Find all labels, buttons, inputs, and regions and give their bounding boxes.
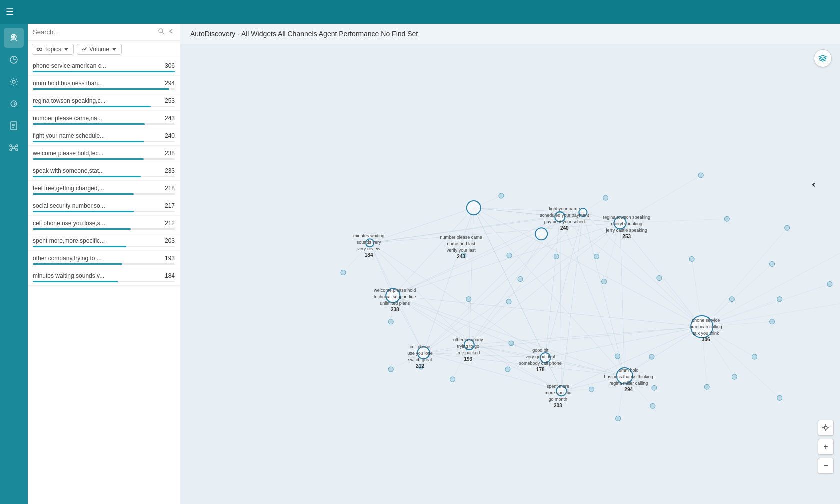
topic-bar-bg bbox=[33, 264, 175, 265]
svg-text:minutes waiting: minutes waiting bbox=[354, 234, 384, 238]
svg-point-9 bbox=[10, 145, 12, 147]
main-content: AutoDiscovery - All Widgets All Channels… bbox=[180, 24, 840, 504]
topic-bar bbox=[33, 176, 141, 178]
graph-area[interactable]: number please camename and lastverify yo… bbox=[180, 44, 840, 504]
svg-text:fight your name: fight your name bbox=[549, 206, 580, 212]
svg-line-79 bbox=[393, 212, 583, 296]
svg-point-138 bbox=[554, 254, 559, 259]
topic-bar-bg bbox=[33, 211, 175, 212]
topic-item[interactable]: cell phone,use you lose,s... 212 bbox=[28, 216, 180, 234]
svg-line-100 bbox=[520, 234, 542, 279]
topic-bar bbox=[33, 211, 134, 212]
topic-item[interactable]: other company,trying to ... 193 bbox=[28, 251, 180, 268]
topic-count: 217 bbox=[165, 202, 175, 210]
svg-text:name and last: name and last bbox=[447, 242, 476, 246]
topic-item[interactable]: fight your name,schedule... 240 bbox=[28, 128, 180, 146]
topic-item[interactable]: phone service,american c... 306 bbox=[28, 58, 180, 76]
svg-point-154 bbox=[704, 384, 710, 390]
topic-item[interactable]: social security number,so... 217 bbox=[28, 198, 180, 216]
topic-bar bbox=[33, 158, 144, 160]
svg-text:good bit: good bit bbox=[532, 348, 549, 353]
topic-count: 243 bbox=[165, 115, 175, 122]
svg-text:cell phone: cell phone bbox=[410, 344, 430, 350]
topic-list: phone service,american c... 306 umm hold… bbox=[28, 58, 180, 504]
topic-item[interactable]: number please came,na... 243 bbox=[28, 111, 180, 128]
svg-point-20 bbox=[40, 48, 42, 51]
svg-line-94 bbox=[702, 228, 788, 327]
svg-line-15 bbox=[12, 148, 13, 150]
content-header: AutoDiscovery - All Widgets All Channels… bbox=[180, 24, 840, 44]
collapse-icon[interactable] bbox=[168, 28, 175, 36]
search-icon bbox=[158, 28, 165, 36]
svg-text:umm hold: umm hold bbox=[619, 368, 639, 373]
topic-bar-bg bbox=[33, 281, 175, 282]
svg-point-3 bbox=[12, 80, 16, 84]
svg-line-16 bbox=[15, 148, 16, 150]
svg-point-126 bbox=[698, 173, 704, 178]
svg-line-42 bbox=[560, 217, 702, 327]
svg-point-127 bbox=[724, 216, 730, 222]
svg-text:306: 306 bbox=[702, 337, 710, 342]
svg-text:184: 184 bbox=[365, 252, 374, 258]
topic-label: spent more,more specific... bbox=[33, 238, 161, 244]
svg-line-84 bbox=[583, 212, 624, 376]
topic-label: minutes waiting,sounds v... bbox=[33, 272, 161, 280]
svg-line-31 bbox=[474, 208, 625, 376]
top-bar: ☰ bbox=[0, 0, 840, 24]
topic-item[interactable]: speak with someone,stat... 233 bbox=[28, 164, 180, 181]
nav-icon-settings[interactable] bbox=[4, 72, 24, 92]
topics-filter[interactable]: Topics bbox=[32, 44, 74, 55]
svg-line-13 bbox=[12, 146, 13, 148]
topic-item[interactable]: spent more,more specific... 203 bbox=[28, 234, 180, 251]
svg-text:253: 253 bbox=[622, 234, 631, 240]
svg-line-14 bbox=[15, 146, 16, 148]
svg-text:238: 238 bbox=[391, 307, 400, 312]
svg-point-162 bbox=[589, 387, 594, 392]
locate-button[interactable] bbox=[818, 420, 834, 436]
volume-filter[interactable]: Volume bbox=[77, 44, 122, 55]
topic-bar-bg bbox=[33, 71, 175, 72]
svg-text:jerry castle speaking: jerry castle speaking bbox=[606, 228, 648, 233]
svg-point-10 bbox=[16, 145, 18, 147]
page-title: AutoDiscovery - All Widgets All Channels… bbox=[190, 30, 418, 38]
svg-point-8 bbox=[13, 147, 15, 149]
right-controls: + − bbox=[818, 420, 834, 474]
zoom-in-button[interactable]: + bbox=[818, 439, 834, 455]
svg-text:free packed: free packed bbox=[456, 350, 480, 356]
svg-point-134 bbox=[690, 256, 694, 262]
svg-point-151 bbox=[652, 386, 657, 390]
svg-text:number please came: number please came bbox=[440, 235, 482, 240]
svg-text:somebody call phone: somebody call phone bbox=[520, 361, 562, 366]
svg-text:business thanks thinking: business thanks thinking bbox=[604, 374, 654, 380]
zoom-out-button[interactable]: − bbox=[818, 458, 834, 474]
top-right-controls bbox=[814, 50, 832, 68]
topic-bar bbox=[33, 71, 175, 72]
nav-icon-home[interactable] bbox=[4, 28, 24, 48]
topic-item[interactable]: minutes waiting,sounds v... 184 bbox=[28, 268, 180, 286]
search-bar bbox=[28, 24, 180, 41]
topic-item[interactable]: feel free,getting charged,... 218 bbox=[28, 181, 180, 198]
topic-item[interactable]: umm hold,business than... 294 bbox=[28, 76, 180, 94]
nav-icon-document[interactable] bbox=[4, 116, 24, 136]
nav-icon-analytics[interactable] bbox=[4, 50, 24, 70]
topic-item[interactable]: welcome please hold,tec... 238 bbox=[28, 146, 180, 164]
svg-point-157 bbox=[752, 354, 757, 360]
svg-text:294: 294 bbox=[624, 387, 633, 392]
svg-line-36 bbox=[393, 217, 560, 296]
topic-bar bbox=[33, 246, 126, 248]
svg-point-139 bbox=[518, 277, 523, 282]
topic-item[interactable]: regina towson speaking,c... 253 bbox=[28, 94, 180, 111]
search-input[interactable] bbox=[33, 28, 155, 36]
svg-text:technical support line: technical support line bbox=[374, 294, 416, 300]
topic-bar bbox=[33, 141, 144, 142]
layers-button[interactable] bbox=[814, 50, 832, 68]
svg-line-91 bbox=[702, 284, 830, 327]
nav-icon-flow[interactable] bbox=[4, 94, 24, 114]
svg-line-47 bbox=[470, 223, 620, 345]
topic-label: regina towson speaking,c... bbox=[33, 98, 161, 104]
svg-text:spent more: spent more bbox=[547, 384, 570, 389]
svg-point-152 bbox=[616, 416, 621, 421]
nav-icon-nodes[interactable] bbox=[4, 138, 24, 158]
topic-label: social security number,so... bbox=[33, 202, 161, 210]
menu-icon[interactable]: ☰ bbox=[6, 6, 14, 18]
